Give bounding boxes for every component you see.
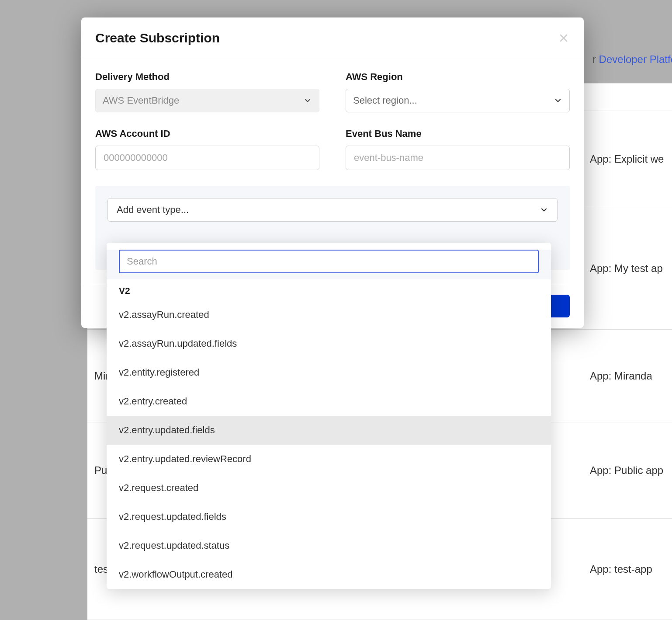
event-type-dropdown: V2 v2.assayRun.createdv2.assayRun.update… xyxy=(107,243,551,589)
chevron-down-icon xyxy=(540,206,548,214)
dropdown-item[interactable]: v2.entry.updated.reviewRecord xyxy=(107,445,551,474)
add-event-type-select[interactable]: Add event type... xyxy=(107,198,558,222)
chevron-down-icon xyxy=(554,96,562,105)
chevron-down-icon xyxy=(303,96,312,105)
dropdown-item[interactable]: v2.entry.created xyxy=(107,387,551,416)
aws-account-id-input[interactable] xyxy=(95,146,319,170)
dropdown-item[interactable]: v2.entity.registered xyxy=(107,358,551,387)
aws-region-label: AWS Region xyxy=(346,71,570,83)
event-bus-name-input[interactable] xyxy=(346,146,570,170)
dropdown-item[interactable]: v2.request.updated.status xyxy=(107,531,551,560)
event-bus-name-label: Event Bus Name xyxy=(346,128,570,139)
dropdown-group-label: V2 xyxy=(107,279,551,300)
dropdown-item[interactable]: v2.assayRun.updated.fields xyxy=(107,329,551,358)
aws-account-id-label: AWS Account ID xyxy=(95,128,319,139)
dropdown-item[interactable]: v2.workflowOutput.created xyxy=(107,560,551,589)
dropdown-search-input[interactable] xyxy=(119,250,539,273)
delivery-method-select: AWS EventBridge xyxy=(95,89,319,112)
dropdown-item[interactable]: v2.assayRun.created xyxy=(107,300,551,329)
close-icon[interactable] xyxy=(558,32,570,44)
modal-title: Create Subscription xyxy=(95,31,220,45)
dropdown-item[interactable]: v2.entry.updated.fields xyxy=(107,416,551,445)
modal-header: Create Subscription xyxy=(81,17,584,57)
dropdown-item[interactable]: v2.request.created xyxy=(107,474,551,502)
dropdown-item[interactable]: v2.request.updated.fields xyxy=(107,502,551,531)
aws-region-select[interactable]: Select region... xyxy=(346,89,570,112)
delivery-method-label: Delivery Method xyxy=(95,71,319,83)
developer-platform-link[interactable]: r Developer Platfo xyxy=(592,53,672,66)
